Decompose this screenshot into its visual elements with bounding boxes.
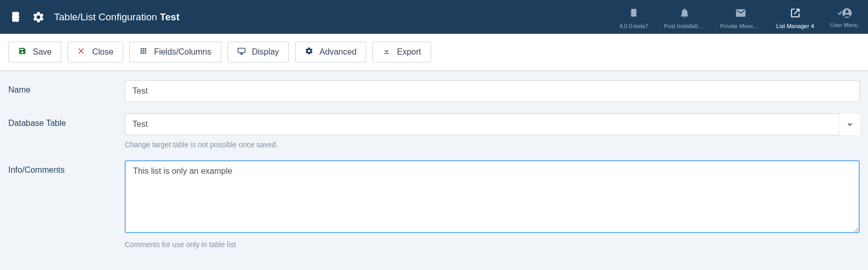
- header-right: 4.0.0-beta7 Post Installation ... Privat…: [618, 5, 860, 29]
- cog-icon: [305, 47, 313, 57]
- header-item-user-menu[interactable]: User Menu: [829, 5, 860, 28]
- button-label: Display: [252, 47, 279, 57]
- button-label: Fields/Columns: [154, 47, 211, 57]
- header-item-label: Private Messages: [720, 23, 762, 29]
- button-label: Advanced: [319, 47, 356, 57]
- page-title-prefix: Table/List Configuration: [54, 11, 160, 22]
- row-database-table: Database Table Change target table is no…: [8, 113, 860, 149]
- download-icon: [382, 47, 391, 57]
- button-label: Export: [397, 47, 421, 57]
- name-input[interactable]: [125, 80, 860, 102]
- toolbar: Save Close Fields/Columns Display Advanc…: [0, 34, 868, 71]
- database-table-help: Change target table is not possible once…: [125, 140, 860, 149]
- button-label: Save: [33, 47, 51, 57]
- monitor-icon: [237, 47, 246, 57]
- database-table-select[interactable]: [125, 113, 860, 135]
- grid-icon: [139, 47, 148, 57]
- header-left: Table/List Configuration Test: [8, 10, 180, 24]
- fields-columns-button[interactable]: Fields/Columns: [129, 42, 221, 62]
- advanced-button[interactable]: Advanced: [295, 42, 366, 62]
- external-link-icon: [790, 7, 801, 20]
- label-name: Name: [8, 80, 125, 102]
- header-item-label: 4.0.0-beta7: [619, 23, 648, 29]
- button-label: Close: [92, 47, 113, 57]
- info-comments-textarea[interactable]: [125, 160, 860, 233]
- save-icon: [18, 47, 26, 57]
- row-info-comments: Info/Comments Comments for use only in t…: [8, 160, 860, 249]
- page-title-name: Test: [160, 11, 180, 22]
- export-button[interactable]: Export: [372, 42, 431, 62]
- app-header: Table/List Configuration Test 4.0.0-beta…: [0, 0, 868, 34]
- close-button[interactable]: Close: [68, 42, 123, 62]
- header-item-label: User Menu: [830, 22, 858, 28]
- joomla-logo-icon[interactable]: [8, 10, 23, 24]
- label-database-table: Database Table: [8, 113, 125, 149]
- page-title: Table/List Configuration Test: [54, 11, 180, 23]
- label-info-comments: Info/Comments: [8, 160, 125, 249]
- svg-point-1: [846, 10, 849, 13]
- gear-icon[interactable]: [32, 11, 45, 23]
- header-item-post-install[interactable]: Post Installation ...: [664, 5, 705, 29]
- user-circle-icon: [836, 7, 852, 19]
- save-button[interactable]: Save: [8, 42, 61, 62]
- row-name: Name: [8, 80, 860, 102]
- header-item-label: Post Installation ...: [664, 23, 705, 29]
- header-item-list-manager[interactable]: List Manager 4: [776, 5, 814, 29]
- header-item-private-messages[interactable]: Private Messages: [720, 5, 762, 29]
- bell-icon: [679, 7, 690, 20]
- header-item-joomla-version[interactable]: 4.0.0-beta7: [618, 5, 649, 29]
- close-icon: [77, 47, 86, 57]
- form-area: Name Database Table Change target table …: [0, 71, 868, 269]
- display-button[interactable]: Display: [228, 42, 289, 62]
- header-item-label: List Manager 4: [776, 23, 814, 29]
- joomla-small-icon: [628, 7, 639, 20]
- info-comments-help: Comments for use only in table list: [125, 240, 860, 249]
- envelope-icon: [735, 7, 746, 20]
